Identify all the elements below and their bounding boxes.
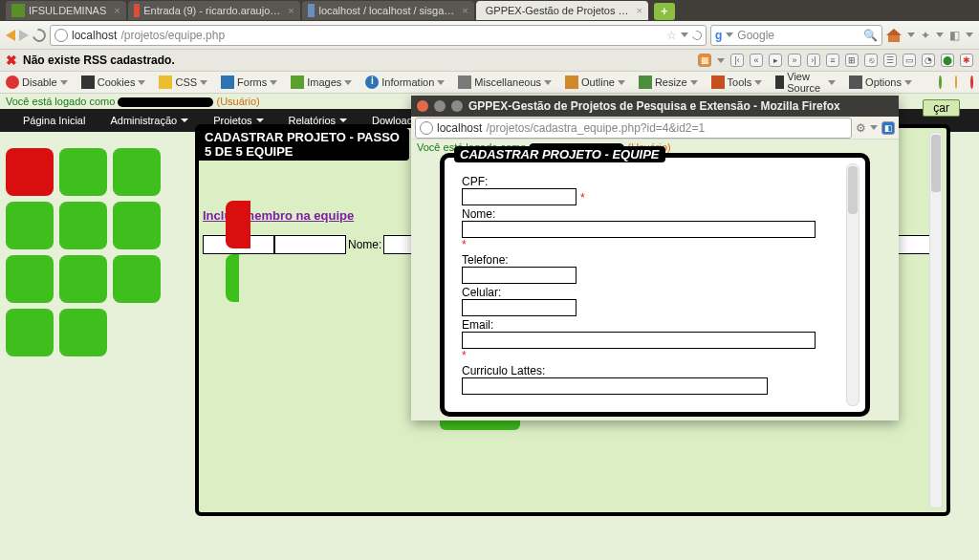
dev-label: Information — [381, 76, 434, 88]
scroll-thumb[interactable] — [848, 166, 858, 214]
toolbar-icon[interactable]: ▭ — [903, 54, 916, 67]
site-identity-icon[interactable] — [420, 121, 433, 135]
forward-icon[interactable] — [19, 30, 29, 41]
step-green-overlap — [226, 254, 239, 302]
step-squares — [6, 148, 161, 362]
dev-label: Resize — [655, 76, 687, 88]
status-yellow-icon[interactable] — [955, 75, 958, 89]
toolbar-icon[interactable]: ✱ — [960, 54, 973, 67]
player-first-icon[interactable]: |‹ — [730, 54, 744, 67]
menu-dropdown-icon[interactable] — [907, 32, 915, 37]
form-scrollbar[interactable] — [846, 163, 859, 406]
step-red-overlap — [226, 201, 250, 248]
feed-icon[interactable]: ✦ — [921, 29, 930, 42]
close-icon[interactable]: × — [288, 5, 294, 16]
panel-scrollbar[interactable] — [929, 132, 943, 508]
rss-icon[interactable]: ▩ — [698, 54, 711, 67]
new-tab-button[interactable]: + — [654, 3, 675, 20]
player-last-icon[interactable]: ›| — [807, 54, 820, 67]
toolbar-icon[interactable]: ≡ — [826, 54, 839, 67]
square-strip — [440, 420, 520, 430]
dev-label: CSS — [175, 76, 197, 88]
status-green-icon[interactable] — [939, 75, 942, 89]
site-identity-icon[interactable] — [54, 29, 68, 42]
close-icon[interactable]: × — [637, 5, 642, 16]
search-engine-label: Google — [737, 29, 774, 42]
underlying-button[interactable]: çar — [923, 99, 960, 117]
disable-icon — [6, 75, 19, 89]
dropdown-icon[interactable] — [936, 32, 944, 37]
required-asterisk: * — [580, 191, 585, 205]
toolbar-icon[interactable]: ⊞ — [845, 54, 859, 67]
toolbar-icon[interactable]: ⬤ — [941, 54, 954, 67]
dev-label: Tools — [728, 76, 752, 88]
player-play-icon[interactable]: ▸ — [769, 54, 782, 67]
popup-address-bar[interactable]: localhost/projetos/cadastra_equipe.php?i… — [415, 118, 852, 139]
dropdown-icon[interactable] — [870, 125, 878, 130]
home-icon[interactable] — [886, 29, 902, 42]
browser-tab[interactable]: Entrada (9) - ricardo.araujo…× — [128, 1, 300, 20]
menu-home[interactable]: Página Inicial — [23, 115, 85, 126]
close-icon[interactable]: × — [114, 5, 120, 16]
toolbar-icon[interactable]: ◧ — [949, 29, 960, 42]
dev-forms[interactable]: Forms — [221, 75, 277, 89]
menu-admin[interactable]: Administração — [110, 115, 188, 126]
search-icon[interactable]: 🔍 — [863, 29, 878, 42]
toolbar-icon[interactable]: ☰ — [883, 54, 897, 67]
player-next-icon[interactable]: » — [788, 54, 801, 67]
back-icon[interactable] — [6, 30, 15, 41]
dev-viewsource[interactable]: View Source — [775, 71, 836, 94]
browser-tab-active[interactable]: GPPEX-Gestão de Projetos …× — [476, 1, 648, 20]
dev-misc[interactable]: Miscellaneous — [458, 75, 552, 89]
telefone-input[interactable] — [462, 267, 577, 284]
status-red-icon[interactable] — [970, 75, 973, 89]
window-minimize-icon[interactable] — [434, 100, 446, 112]
cpf-input[interactable] — [462, 188, 577, 205]
reload-icon[interactable] — [30, 26, 48, 44]
dev-css[interactable]: CSS — [159, 75, 207, 89]
dev-resize[interactable]: Resize — [639, 75, 698, 89]
popup-addressbar-row: localhost/projetos/cadastra_equipe.php?i… — [411, 117, 899, 140]
browser-tab[interactable]: localhost / localhost / sisga…× — [302, 1, 474, 20]
chevron-down-icon — [754, 80, 762, 85]
toolbar-icon[interactable]: ⎋ — [864, 54, 878, 67]
dev-images[interactable]: Images — [291, 75, 352, 89]
dropdown-icon[interactable] — [681, 32, 688, 37]
search-bar[interactable]: g Google 🔍 — [710, 25, 882, 46]
panel-title: CADASTRAR PROJETO - PASSO 5 DE 5 EQUIPE — [199, 128, 409, 161]
dropdown-icon[interactable] — [717, 58, 725, 63]
rss-bar: ✖ Não existe RSS cadastrado. ▩ |‹ « ▸ » … — [0, 50, 979, 71]
dev-outline[interactable]: Outline — [565, 75, 625, 89]
dev-info[interactable]: iInformation — [365, 75, 445, 89]
address-host: localhost — [72, 29, 117, 42]
dropdown-icon[interactable] — [726, 32, 733, 37]
chevron-down-icon — [618, 80, 625, 85]
player-prev-icon[interactable]: « — [750, 54, 763, 67]
bookmark-star-icon[interactable]: ☆ — [666, 29, 677, 42]
gear-icon[interactable]: ⚙ — [856, 121, 866, 135]
dev-cookies[interactable]: Cookies — [81, 75, 146, 89]
close-icon[interactable]: × — [462, 5, 468, 16]
search-engine-icon[interactable]: g — [715, 29, 722, 42]
celular-label: Celular: — [462, 286, 848, 299]
scroll-thumb[interactable] — [931, 135, 941, 192]
form-title: CADASTRAR PROJETO - EQUIPE — [454, 146, 665, 162]
celular-input[interactable] — [462, 299, 577, 316]
window-maximize-icon[interactable] — [451, 100, 463, 112]
popup-toolbar-icon[interactable]: ◧ — [881, 121, 895, 135]
dev-tools[interactable]: Tools — [711, 75, 763, 89]
dev-options[interactable]: Options — [849, 75, 912, 89]
nome-input[interactable] — [462, 221, 816, 238]
toolbar-icon[interactable]: ◔ — [922, 54, 935, 67]
popup-titlebar[interactable]: GPPEX-Gestão de Projetos de Pesquisa e E… — [411, 96, 899, 117]
email-input[interactable] — [462, 332, 816, 349]
go-reload-icon[interactable] — [690, 29, 704, 42]
window-close-icon[interactable] — [417, 100, 428, 112]
col-input-2[interactable] — [274, 235, 346, 254]
lattes-input[interactable] — [462, 377, 768, 395]
address-bar[interactable]: localhost/projetos/equipe.php ☆ — [50, 25, 707, 46]
browser-tab[interactable]: IFSULDEMINAS× — [6, 1, 126, 20]
dropdown-icon[interactable] — [966, 32, 973, 37]
chevron-down-icon — [344, 80, 352, 85]
dev-disable[interactable]: Disable — [6, 75, 68, 89]
